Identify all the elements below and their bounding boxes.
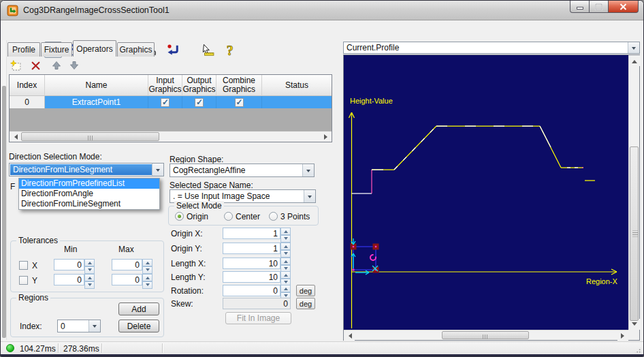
titlebar[interactable]: Cog3DRangeImageCrossSectionTool1 [1,1,643,20]
move-down-icon[interactable] [69,60,80,71]
radio-origin[interactable] [175,212,184,221]
dropdown-option[interactable]: DirectionFromAngle [19,189,159,199]
direction-mode-dropdown: DirectionFromPredefinedList DirectionFro… [18,178,160,210]
delete-operator-icon[interactable] [31,61,41,71]
tool-window: Cog3DRangeImageCrossSectionTool1 [0,0,644,357]
region-index-label: Index: [20,322,42,331]
radio-origin-label: Origin [187,212,208,221]
skew-label: Skew: [171,299,193,309]
resize-grip[interactable] [634,347,641,354]
tolerance-x-checkbox[interactable] [19,261,28,270]
table-hscroll-thumb[interactable] [21,132,159,141]
tolerance-y-min-spinner[interactable] [84,274,95,285]
table-hscrollbar[interactable] [10,131,332,142]
display-selector-combo[interactable]: Current.Profile [343,42,640,54]
col-index[interactable]: Index [10,75,45,96]
skew-field: 0 [223,298,291,309]
table-row[interactable]: 0 ExtractPoint1 [10,96,332,108]
min-header: Min [64,245,77,254]
combo-arrow-icon[interactable] [304,190,315,202]
rotation-spinner[interactable] [280,285,291,296]
display-hscroll-right[interactable] [617,330,628,341]
origin-y-field[interactable]: 1 [223,243,280,254]
rotation-label: Rotation: [171,286,204,296]
col-combine-graphics[interactable]: Combine Graphics [216,75,262,96]
origin-x-spinner[interactable] [280,228,291,239]
col-status[interactable]: Status [262,75,332,96]
display-vscroll-thumb[interactable] [630,146,639,321]
operator-table: Index Name Input Graphics Output Graphic… [9,74,332,142]
status-ok-icon [6,344,14,352]
dropdown-option[interactable]: DirectionFromLineSegment [19,199,159,209]
dropdown-option[interactable]: DirectionFromPredefinedList [19,178,159,189]
add-button[interactable]: Add [118,302,159,315]
region-shape-combo[interactable]: CogRectangleAffine [170,164,315,177]
combo-arrow-icon[interactable] [628,42,639,53]
skew-deg-button[interactable]: deg [296,298,315,309]
radio-center[interactable] [224,212,233,221]
row-name: ExtractPoint1 [45,96,148,108]
delete-button[interactable]: Delete [118,320,159,332]
region-shape-label: Region Shape: [170,155,223,164]
tolerance-x-label: X [32,261,37,270]
length-x-field[interactable]: 10 [223,258,280,269]
tolerance-x-max-field[interactable]: 0 [112,259,142,270]
tolerance-x-min-field[interactable]: 0 [54,259,84,270]
direction-mode-combo[interactable]: DirectionFromLineSegment [9,163,164,176]
radio-3points-label: 3 Points [280,212,310,221]
origin-y-label: Origin Y: [171,244,202,253]
main-toolbar: ? [1,20,643,40]
tolerance-y-max-spinner[interactable] [142,274,152,285]
tolerance-x-min-spinner[interactable] [84,259,95,270]
radio-3points[interactable] [269,212,278,221]
selected-space-label: Selected Space Name: [170,181,253,190]
col-name[interactable]: Name [45,75,148,96]
fit-in-image-button[interactable]: Fit In Image [225,312,291,324]
origin-x-field[interactable]: 1 [223,228,280,239]
origin-x-label: Origin X: [171,229,203,238]
add-operator-icon[interactable] [10,60,22,72]
combo-arrow-icon[interactable] [88,320,100,332]
tolerance-y-min-field[interactable]: 0 [54,274,84,285]
col-input-graphics[interactable]: Input Graphics [148,75,182,96]
length-y-field[interactable]: 10 [223,271,280,283]
help-icon[interactable]: ? [224,43,238,57]
tolerance-y-max-field[interactable]: 0 [112,274,142,285]
minimize-button[interactable] [570,1,590,13]
tolerance-y-checkbox[interactable] [19,276,28,285]
origin-y-spinner[interactable] [280,243,291,254]
max-header: Max [118,245,134,254]
window-title: Cog3DRangeImageCrossSectionTool1 [23,5,170,15]
tab-profile[interactable]: Profile [7,42,40,57]
combine-graphics-checkbox[interactable] [235,98,244,107]
maximize-button[interactable] [589,1,609,13]
input-graphics-checkbox[interactable] [161,98,170,107]
col-output-graphics[interactable]: Output Graphics [182,75,216,96]
display-hscroll-left[interactable] [344,330,355,341]
rotation-deg-button[interactable]: deg [296,285,315,296]
close-button[interactable] [608,1,639,13]
tab-graphics[interactable]: Graphics [117,42,155,57]
display-vscrollbar[interactable] [628,55,639,330]
reset-icon[interactable] [166,43,180,57]
electrode-position-icon[interactable] [201,43,214,57]
output-graphics-checkbox[interactable] [195,98,204,107]
region-index-combo[interactable]: 0 [57,320,101,332]
table-hscroll-left[interactable] [10,131,20,142]
tab-fixture[interactable]: Fixture [41,42,72,57]
display-hscroll-thumb[interactable] [442,331,529,339]
display-vscroll-up[interactable] [629,55,640,66]
table-hscroll-right[interactable] [321,131,332,142]
rotation-field[interactable]: 0 [223,285,280,296]
length-y-spinner[interactable] [280,271,291,283]
left-scrollbar-thumb[interactable] [2,86,6,338]
length-x-spinner[interactable] [280,258,291,269]
display-hscrollbar[interactable] [344,330,628,340]
combo-arrow-icon[interactable] [302,164,314,176]
combo-arrow-icon[interactable] [152,164,163,176]
tolerance-x-max-spinner[interactable] [142,259,152,270]
tab-operators[interactable]: Operators [73,40,116,57]
move-up-icon[interactable] [51,60,62,71]
profile-canvas[interactable]: Height-ValueRegion-X [344,55,628,330]
left-scrollbar[interactable] [1,40,7,340]
